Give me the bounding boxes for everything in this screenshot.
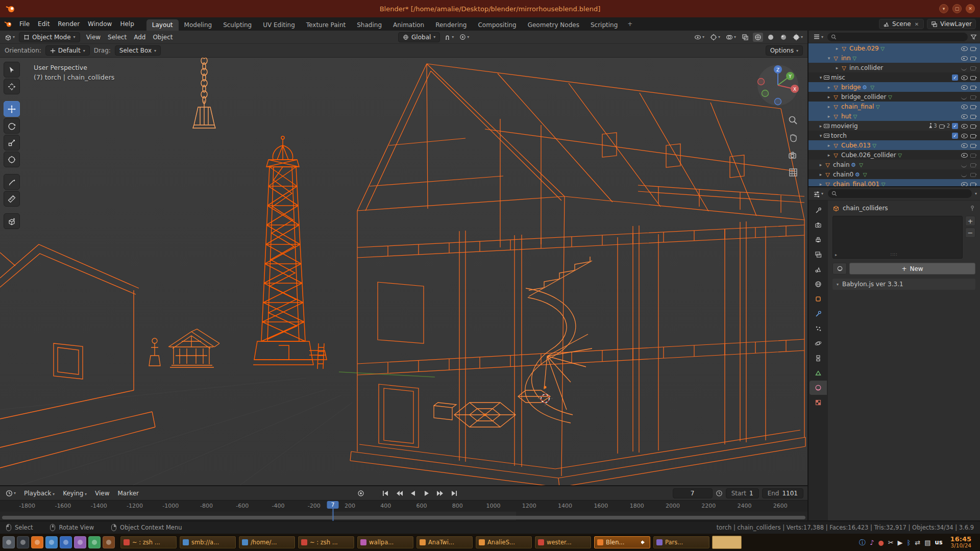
- outliner-search-input[interactable]: [827, 33, 968, 41]
- tab-output[interactable]: [810, 233, 827, 247]
- hide-in-viewport-toggle[interactable]: [960, 93, 968, 101]
- window-button[interactable]: ~ : zsh ...: [298, 536, 355, 549]
- disable-in-renders-toggle[interactable]: [970, 180, 977, 186]
- hide-in-viewport-toggle[interactable]: [960, 180, 968, 186]
- info-icon[interactable]: ⓘ: [859, 539, 866, 546]
- workspace-tab[interactable]: Sculpting: [217, 19, 257, 31]
- navigation-gizmo[interactable]: Z Y X: [754, 62, 801, 109]
- expand-arrow[interactable]: ▸: [826, 114, 832, 119]
- expand-arrow[interactable]: ▸: [834, 46, 840, 51]
- jump-to-end-button[interactable]: [448, 489, 460, 498]
- menubar-item[interactable]: Help: [116, 19, 138, 29]
- workspace-tab[interactable]: UV Editing: [257, 19, 301, 31]
- hide-in-viewport-toggle[interactable]: [960, 54, 968, 62]
- blank-window-button[interactable]: [712, 536, 742, 549]
- material-slot-list[interactable]: ▸ ∷∷: [832, 216, 963, 259]
- properties-options-icon[interactable]: ▾: [975, 191, 977, 196]
- viewport-menu-item[interactable]: Add: [130, 33, 149, 42]
- tab-physics[interactable]: [810, 336, 827, 350]
- outliner-row[interactable]: ▾ inn: [808, 53, 980, 63]
- outliner-row[interactable]: ▸ chain0: [808, 169, 980, 179]
- play-icon[interactable]: ▶: [898, 539, 903, 546]
- frame-start-field[interactable]: Start1: [726, 488, 759, 498]
- 3d-viewport[interactable]: User Perspective (7) torch | chain_colli…: [0, 58, 807, 485]
- play-button[interactable]: [421, 489, 433, 498]
- shading-solid-button[interactable]: [766, 33, 776, 42]
- object-name[interactable]: inn.collider: [849, 64, 883, 71]
- disable-in-renders-toggle[interactable]: [970, 73, 977, 81]
- timeline-tracks[interactable]: [0, 512, 807, 520]
- timeline-menu-item[interactable]: Marker: [113, 488, 142, 498]
- tab-object-data[interactable]: [810, 366, 827, 380]
- disable-in-renders-toggle[interactable]: [970, 141, 977, 149]
- transform-orientation-selector[interactable]: Global ▾: [398, 32, 440, 42]
- browse-material-button[interactable]: [832, 263, 847, 274]
- hide-in-viewport-toggle[interactable]: [960, 170, 968, 178]
- transform-tool[interactable]: [4, 152, 20, 167]
- object-name[interactable]: bridge: [841, 84, 861, 91]
- measure-tool[interactable]: [4, 191, 20, 207]
- collection-checkbox[interactable]: ✓: [952, 133, 958, 139]
- network-icon[interactable]: ⇄: [915, 539, 920, 546]
- shading-wireframe-button[interactable]: [753, 33, 763, 42]
- hide-in-viewport-toggle[interactable]: [960, 122, 968, 130]
- expand-arrow[interactable]: ▸: [826, 104, 832, 109]
- hide-in-viewport-toggle[interactable]: [960, 161, 968, 168]
- hide-in-viewport-toggle[interactable]: [960, 132, 968, 139]
- tab-render[interactable]: [810, 218, 827, 232]
- window-button[interactable]: AnalieS...: [475, 536, 532, 549]
- expand-arrow[interactable]: ▾: [818, 133, 824, 138]
- menubar-item[interactable]: File: [15, 19, 34, 29]
- ortho-grid-icon[interactable]: [788, 167, 799, 178]
- workspace-tab[interactable]: Rendering: [430, 19, 472, 31]
- show-overlays-toggle[interactable]: ▾: [724, 33, 738, 42]
- outliner-row[interactable]: ▸ chain: [808, 160, 980, 169]
- object-name[interactable]: chain: [833, 161, 850, 168]
- outliner-row[interactable]: ▸ inn.collider: [808, 63, 980, 72]
- snapping-toggle[interactable]: ▾: [443, 33, 455, 41]
- properties-search-input[interactable]: [828, 189, 972, 198]
- object-name[interactable]: torch: [831, 132, 847, 139]
- timeline-editor-type-button[interactable]: ▾: [4, 489, 17, 498]
- editor-icon[interactable]: [88, 536, 101, 548]
- jump-to-start-button[interactable]: [379, 489, 391, 498]
- disable-in-renders-toggle[interactable]: [970, 44, 977, 52]
- proportional-editing-toggle[interactable]: ▾: [458, 33, 471, 41]
- menubar-item[interactable]: Edit: [34, 19, 54, 29]
- browser-icon[interactable]: [31, 536, 43, 548]
- tab-particles[interactable]: [810, 321, 827, 336]
- outliner-row[interactable]: ▸ movierig 3 2 ✓: [808, 121, 980, 131]
- expand-arrow[interactable]: ▾: [818, 75, 824, 80]
- mode-selector[interactable]: Object Mode ▾: [19, 32, 80, 42]
- tab-texture[interactable]: [810, 395, 827, 410]
- remove-material-slot-button[interactable]: −: [965, 228, 975, 238]
- hide-in-viewport-toggle[interactable]: [960, 112, 968, 120]
- window-button[interactable]: wester...: [534, 536, 592, 549]
- tab-world[interactable]: [810, 277, 827, 291]
- hide-in-viewport-toggle[interactable]: [960, 151, 968, 159]
- options-dropdown[interactable]: Options ▾: [766, 45, 803, 56]
- add-workspace-button[interactable]: +: [623, 19, 636, 29]
- prev-keyframe-button[interactable]: [393, 489, 405, 498]
- auto-keying-toggle[interactable]: [355, 489, 367, 498]
- music-icon[interactable]: ♪: [870, 539, 874, 546]
- keyboard-layout-indicator[interactable]: us: [935, 539, 943, 546]
- timeline-scrollbar[interactable]: [2, 516, 805, 519]
- current-frame-field[interactable]: 7: [673, 488, 713, 498]
- expand-arrow[interactable]: ▸: [826, 85, 832, 90]
- terminal-icon[interactable]: [17, 536, 29, 548]
- hide-in-viewport-toggle[interactable]: [960, 64, 968, 71]
- annotate-tool[interactable]: [4, 174, 20, 190]
- disable-in-renders-toggle[interactable]: [970, 151, 977, 159]
- add-material-slot-button[interactable]: +: [965, 216, 975, 226]
- show-gizmo-toggle[interactable]: ▾: [708, 33, 722, 42]
- expand-arrow[interactable]: ▸: [818, 123, 824, 129]
- timeline-menu-item[interactable]: Keying ▾: [59, 488, 91, 498]
- globe-icon[interactable]: [60, 536, 72, 548]
- app-menu-icon[interactable]: [3, 536, 15, 548]
- workspace-tab[interactable]: Layout: [146, 19, 179, 31]
- play-reverse-button[interactable]: [407, 489, 419, 498]
- pan-hand-icon[interactable]: [788, 132, 799, 143]
- window-button[interactable]: Blen...: [594, 536, 651, 549]
- viewport-menu-item[interactable]: View: [83, 33, 104, 42]
